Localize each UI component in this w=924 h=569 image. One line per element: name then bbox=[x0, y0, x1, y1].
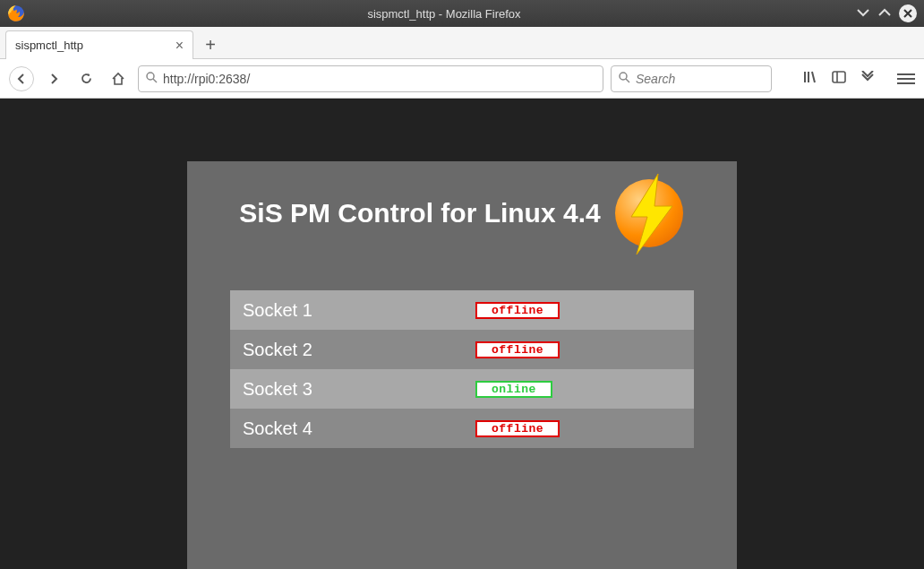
browser-tab[interactable]: sispmctl_http × bbox=[5, 30, 193, 59]
tab-strip: sispmctl_http × + bbox=[0, 27, 924, 59]
socket-row: Socket 3online bbox=[230, 369, 694, 409]
overflow-icon[interactable] bbox=[860, 71, 876, 87]
tab-title: sispmctl_http bbox=[15, 39, 175, 52]
search-icon bbox=[146, 72, 158, 86]
url-input[interactable] bbox=[163, 72, 595, 86]
minimize-icon[interactable] bbox=[856, 5, 870, 22]
firefox-icon bbox=[7, 4, 25, 22]
socket-row: Socket 1offline bbox=[230, 290, 694, 330]
svg-line-2 bbox=[153, 79, 157, 82]
back-button[interactable] bbox=[9, 66, 34, 91]
maximize-icon[interactable] bbox=[877, 5, 892, 22]
page-title: SiS PM Control for Linux 4.4 bbox=[239, 198, 600, 228]
forward-button[interactable] bbox=[41, 66, 66, 91]
status-badge[interactable]: offline bbox=[475, 341, 560, 358]
socket-row: Socket 4offline bbox=[230, 409, 694, 448]
socket-label: Socket 4 bbox=[243, 418, 475, 439]
svg-marker-10 bbox=[631, 174, 672, 254]
svg-point-1 bbox=[147, 73, 154, 80]
tab-close-icon[interactable]: × bbox=[175, 38, 184, 54]
menu-icon[interactable] bbox=[897, 73, 915, 84]
new-tab-button[interactable]: + bbox=[197, 31, 224, 58]
control-panel: SiS PM Control for Linux 4.4 Socket 1off… bbox=[187, 161, 737, 569]
window-title: sispmctl_http - Mozilla Firefox bbox=[32, 7, 856, 21]
search-bar[interactable] bbox=[611, 65, 772, 92]
svg-point-3 bbox=[620, 73, 627, 80]
home-button[interactable] bbox=[106, 66, 131, 91]
socket-label: Socket 2 bbox=[243, 340, 475, 360]
window-titlebar: sispmctl_http - Mozilla Firefox bbox=[0, 0, 924, 27]
search-input[interactable] bbox=[636, 72, 794, 86]
page-viewport: SiS PM Control for Linux 4.4 Socket 1off… bbox=[0, 99, 924, 569]
socket-label: Socket 3 bbox=[243, 379, 475, 400]
close-icon[interactable] bbox=[899, 4, 917, 22]
library-icon[interactable] bbox=[802, 69, 818, 89]
panel-header: SiS PM Control for Linux 4.4 bbox=[187, 161, 737, 276]
svg-line-7 bbox=[812, 72, 815, 82]
status-badge[interactable]: offline bbox=[475, 420, 560, 437]
socket-list: Socket 1offlineSocket 2offlineSocket 3on… bbox=[187, 276, 737, 471]
nav-toolbar bbox=[0, 59, 924, 99]
svg-line-4 bbox=[626, 79, 629, 82]
socket-label: Socket 1 bbox=[243, 300, 475, 321]
status-badge[interactable]: online bbox=[475, 381, 552, 398]
search-icon bbox=[619, 72, 630, 86]
lightning-icon bbox=[613, 177, 685, 249]
svg-rect-8 bbox=[833, 72, 845, 82]
url-bar[interactable] bbox=[138, 65, 603, 92]
sidebar-icon[interactable] bbox=[831, 69, 847, 89]
reload-button[interactable] bbox=[73, 66, 98, 91]
socket-row: Socket 2offline bbox=[230, 330, 694, 369]
status-badge[interactable]: offline bbox=[475, 302, 560, 319]
